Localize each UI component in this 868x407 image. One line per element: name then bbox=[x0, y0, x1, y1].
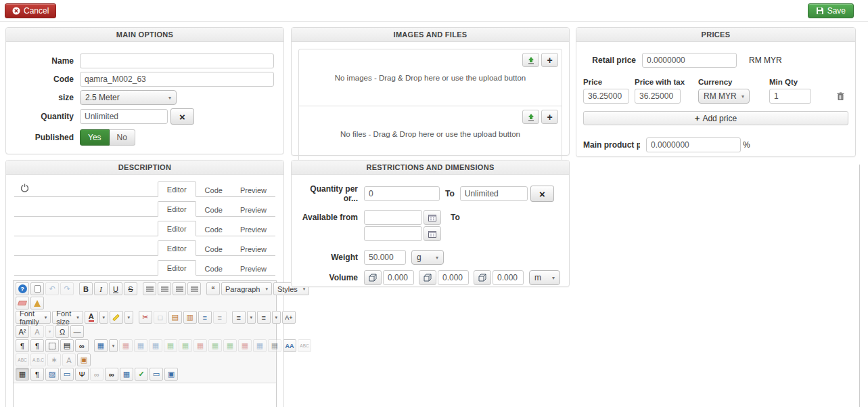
tab-code[interactable]: Code bbox=[196, 183, 231, 197]
insert-link-button[interactable]: ∞ bbox=[105, 368, 118, 381]
date-to-input[interactable] bbox=[364, 226, 422, 241]
published-yes-button[interactable]: Yes bbox=[80, 129, 110, 146]
delete-col-button[interactable]: ▦ bbox=[238, 339, 252, 352]
insert-row-before-button[interactable]: ▦ bbox=[164, 339, 177, 352]
horizontal-rule-button[interactable]: — bbox=[70, 325, 84, 338]
quantity-clear-button[interactable]: × bbox=[170, 108, 194, 125]
copy-button[interactable]: □ bbox=[154, 311, 167, 324]
tab-editor[interactable]: Editor bbox=[158, 201, 196, 217]
page-break-button[interactable]: ▭ bbox=[150, 368, 163, 381]
fullscreen-button[interactable] bbox=[45, 339, 59, 352]
tab-editor[interactable]: Editor bbox=[158, 221, 196, 236]
indent-button[interactable]: ≡ bbox=[198, 311, 212, 324]
rtl-button[interactable]: ¶ bbox=[30, 339, 44, 352]
underline-button[interactable]: U bbox=[109, 282, 122, 295]
anchor-button[interactable]: Ψ bbox=[75, 368, 89, 381]
insert-image-button[interactable]: ▦ bbox=[120, 368, 133, 381]
merge-cells-button[interactable]: ▦ bbox=[253, 339, 267, 352]
font-size-plus-button[interactable]: A+ bbox=[282, 311, 296, 324]
cell-properties-button[interactable]: ▦ bbox=[149, 339, 162, 352]
cleanup-button[interactable] bbox=[30, 297, 44, 309]
insert-table-button[interactable]: ▦ bbox=[94, 339, 108, 352]
price-with-tax-input[interactable] bbox=[635, 89, 681, 104]
ordered-list-dropdown[interactable]: ▾ bbox=[247, 311, 256, 324]
tab-editor[interactable]: Editor bbox=[158, 181, 196, 197]
special-character-button[interactable]: Ω bbox=[55, 325, 69, 338]
tab-preview[interactable]: Preview bbox=[231, 202, 275, 217]
paste-button[interactable]: ▤ bbox=[168, 311, 182, 324]
insert-table-dropdown[interactable]: ▾ bbox=[109, 339, 118, 352]
visual-chars-button[interactable]: ABC bbox=[298, 339, 311, 352]
paragraph-format-select[interactable]: Paragraph ▾ bbox=[221, 282, 272, 295]
min-qty-input[interactable] bbox=[769, 89, 811, 104]
volume-length-input[interactable] bbox=[383, 270, 414, 285]
blockquote-button[interactable]: “ bbox=[206, 282, 220, 295]
abbreviation-button[interactable]: ABC bbox=[16, 354, 29, 366]
add-price-button[interactable]: + Add price bbox=[583, 111, 848, 125]
insert-template-button[interactable]: ▣ bbox=[77, 354, 91, 366]
files-upload-button[interactable] bbox=[522, 110, 539, 124]
strikethrough-button[interactable]: S bbox=[124, 282, 137, 295]
visual-aid-button[interactable]: AA bbox=[283, 339, 296, 352]
code-input[interactable] bbox=[80, 72, 274, 87]
tab-editor[interactable]: Editor bbox=[158, 260, 196, 276]
images-upload-button[interactable] bbox=[522, 53, 539, 67]
italic-button[interactable]: I bbox=[94, 282, 108, 295]
cancel-button[interactable]: Cancel bbox=[5, 3, 56, 18]
tab-code[interactable]: Code bbox=[196, 222, 231, 236]
row-properties-button[interactable]: ▦ bbox=[134, 339, 147, 352]
font-size-select[interactable]: Font size ▾ bbox=[52, 311, 83, 324]
date-from-calendar-button[interactable] bbox=[424, 210, 441, 225]
editor-content-area[interactable] bbox=[14, 383, 276, 407]
power-toggle-icon[interactable] bbox=[20, 184, 29, 192]
find-replace-button[interactable]: ∞ bbox=[75, 339, 89, 352]
superscript-button[interactable]: A² bbox=[16, 325, 29, 338]
volume-height-input[interactable] bbox=[493, 270, 524, 285]
redo-button[interactable]: ↷ bbox=[60, 282, 74, 295]
text-color-dropdown[interactable]: ▾ bbox=[99, 311, 108, 324]
font-family-select[interactable]: Font family ▾ bbox=[16, 311, 51, 324]
highlight-color-dropdown[interactable]: ▾ bbox=[124, 311, 133, 324]
size-select[interactable]: 2.5 Meter ▾ bbox=[80, 90, 177, 105]
images-dropzone[interactable]: No images - Drag & Drop here or use the … bbox=[299, 49, 562, 106]
weight-unit-select[interactable]: g ▾ bbox=[411, 250, 444, 265]
tab-preview[interactable]: Preview bbox=[231, 222, 275, 236]
undo-button[interactable]: ↶ bbox=[45, 282, 59, 295]
align-left-button[interactable] bbox=[173, 282, 186, 295]
table-grid-button[interactable]: ▦ bbox=[16, 368, 29, 381]
page-scrollbar[interactable] bbox=[859, 165, 860, 407]
citation-button[interactable]: ∗ bbox=[47, 354, 61, 366]
spellcheck-button[interactable]: ✓ bbox=[135, 368, 148, 381]
split-cells-button[interactable]: ▦ bbox=[268, 339, 281, 352]
delete-row-button[interactable]: ▦ bbox=[193, 339, 207, 352]
volume-unit-select[interactable]: m ▾ bbox=[529, 270, 560, 285]
tab-code[interactable]: Code bbox=[196, 261, 231, 276]
date-to-calendar-button[interactable] bbox=[424, 226, 441, 241]
acronym-button[interactable]: A.B.C bbox=[30, 354, 46, 366]
insert-iframe-button[interactable]: ▣ bbox=[164, 368, 178, 381]
tab-editor[interactable]: Editor bbox=[158, 240, 196, 256]
subscript-dropdown[interactable]: ▾ bbox=[45, 325, 54, 338]
insert-col-before-button[interactable]: ▦ bbox=[208, 339, 222, 352]
insert-row-after-button[interactable]: ▦ bbox=[179, 339, 192, 352]
align-center-button[interactable] bbox=[158, 282, 171, 295]
currency-select[interactable]: RM MYR ▾ bbox=[698, 89, 750, 104]
files-dropzone[interactable]: No files - Drag & Drop here or use the u… bbox=[299, 106, 562, 162]
qty-min-input[interactable] bbox=[364, 186, 440, 201]
name-input[interactable] bbox=[80, 53, 274, 68]
save-button[interactable]: Save bbox=[808, 3, 854, 18]
delete-table-button[interactable]: ▦ bbox=[119, 339, 133, 352]
paste-as-text-button[interactable]: ▥ bbox=[183, 311, 197, 324]
delete-price-row-button[interactable] bbox=[837, 92, 844, 101]
insert-media-button[interactable]: ▭ bbox=[60, 368, 74, 381]
bullet-list-button[interactable]: ≡ bbox=[257, 311, 271, 324]
unlink-button[interactable]: ∞ bbox=[90, 368, 104, 381]
qty-max-input[interactable] bbox=[460, 186, 528, 201]
cut-button[interactable]: ✂ bbox=[139, 311, 152, 324]
tab-preview[interactable]: Preview bbox=[231, 261, 275, 276]
tab-preview[interactable]: Preview bbox=[231, 242, 275, 256]
insert-col-after-button[interactable]: ▦ bbox=[223, 339, 237, 352]
ordered-list-button[interactable]: ≡ bbox=[232, 311, 246, 324]
highlight-color-button[interactable] bbox=[110, 311, 123, 324]
remove-format-button[interactable] bbox=[16, 297, 29, 309]
